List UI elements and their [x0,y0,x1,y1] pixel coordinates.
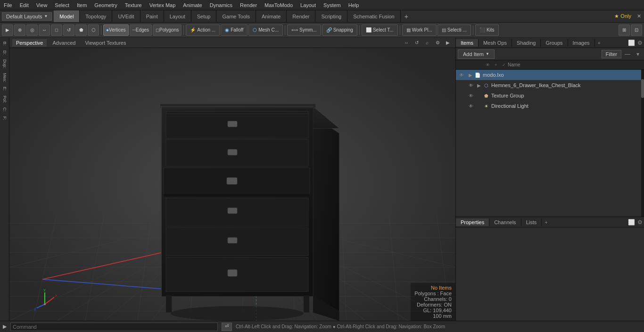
layout-tab-render[interactable]: Render [287,10,315,22]
sidebar-label-f[interactable]: F: [2,114,8,122]
viewport-tab-textures[interactable]: Viewport Textures [81,39,130,47]
menu-system[interactable]: System [320,1,345,9]
layout-add-tab[interactable]: + [401,11,412,22]
layout-tab-uvedit[interactable]: UVEdit [112,10,140,22]
tool-action[interactable]: ⚡ Action ... [186,24,220,36]
menu-geometry[interactable]: Geometry [91,1,121,9]
items-add-tab[interactable]: + [595,39,603,47]
props-add-tab[interactable]: + [542,219,550,226]
menu-edit[interactable]: Edit [16,1,33,9]
filter-button[interactable]: Filter [602,50,621,58]
sidebar-label-mes[interactable]: Mes: [2,71,8,84]
items-arrow-icon[interactable]: ▾ [634,50,642,58]
item-row-modo-lxo[interactable]: 👁 ▶ 📄 modo.lxo [456,70,644,80]
menu-file[interactable]: File [0,1,16,9]
command-input[interactable] [10,323,218,331]
props-settings-icon[interactable]: ⚙ [636,218,644,227]
tab-shading[interactable]: Shading [512,39,541,47]
tool-hex[interactable]: ⬡ [88,24,99,36]
viewport[interactable]: Perspective Advanced Viewport Textures ↔… [9,38,455,321]
layout-tab-animate[interactable]: Animate [256,10,287,22]
items-minus-icon[interactable]: — [623,50,632,58]
tool-select-mode[interactable]: ▶ [2,24,13,36]
tab-channels[interactable]: Channels [489,219,521,226]
bottom-arrow[interactable]: ▶ [3,324,7,330]
vp-play-icon[interactable]: ▶ [443,39,453,47]
viewport-content[interactable]: X Y Z No Items Polygons : Face Channels:… [9,48,455,321]
tool-mesh[interactable]: ⬡ Mesh C... [248,24,283,36]
layout-tab-layout[interactable]: Layout [164,10,191,22]
items-scrollbar-thumb[interactable] [641,79,644,98]
menu-animate[interactable]: Animate [179,1,206,9]
menu-dynamics[interactable]: Dynamics [206,1,236,9]
tool-work-plane[interactable]: ▦ Work Pl... [402,24,437,36]
sidebar-label-b[interactable]: B: [2,40,8,48]
tool-select-t[interactable]: ⬜ Select T... [362,24,398,36]
sidebar-label-dup[interactable]: Dup: [2,57,8,70]
menu-item[interactable]: Item [73,1,91,9]
menu-vertex-map[interactable]: Vertex Map [146,1,180,9]
tool-kits[interactable]: ⬛ Kits [475,24,499,36]
tool-rotate[interactable]: ↺ [63,24,74,36]
tab-items[interactable]: Items [456,39,479,47]
vp-nav-icon[interactable]: ↔ [402,39,411,47]
item-expand-modo[interactable]: ▶ [467,72,474,78]
tool-diamond[interactable]: ⬟ [75,24,87,36]
tool-vertices[interactable]: ● Vertices [103,24,129,36]
layout-close[interactable]: ✕ [634,12,644,20]
items-settings-icon[interactable]: ⚙ [636,39,644,47]
tool-edges[interactable]: ─ Edges [130,24,152,36]
tool-snapping[interactable]: 🔗 Snapping [322,24,357,36]
tool-view2[interactable]: ⊡ [631,24,642,36]
menu-layout[interactable]: Layout [297,1,320,9]
tool-view1[interactable]: ⊞ [619,24,630,36]
layout-tab-setup[interactable]: Setup [191,10,217,22]
command-run-button[interactable]: ⏎ [222,323,232,331]
tool-box[interactable]: □ [51,24,62,36]
menu-render[interactable]: Render [236,1,261,9]
menu-select[interactable]: Select [51,1,73,9]
tool-transform[interactable]: ↔ [39,24,50,36]
menu-maxtomodo[interactable]: MaxToModo [261,1,297,9]
layout-dropdown[interactable]: Default Layouts ▼ [2,12,52,21]
item-eye-texture[interactable]: 👁 [467,92,475,99]
tool-ring[interactable]: ◎ [26,24,38,36]
tab-mesh-ops[interactable]: Mesh Ops [479,39,512,47]
items-expand-icon[interactable]: ⬜ [627,39,636,47]
item-row-hemnes[interactable]: 👁 ▶ ⬡ Hemnes_6_Drawer_Ikea_Chest_Black [456,80,644,90]
props-expand-icon[interactable]: ⬜ [627,218,636,227]
items-scrollbar[interactable] [641,70,644,217]
viewport-tab-perspective[interactable]: Perspective [12,39,47,47]
sidebar-label-e[interactable]: E: [2,85,8,93]
tab-properties[interactable]: Properties [456,219,489,226]
layout-tab-topology[interactable]: Topology [80,10,112,22]
tab-lists[interactable]: Lists [521,219,542,226]
tab-images[interactable]: Images [568,39,595,47]
tool-select-i[interactable]: ▤ Selecti ... [438,24,471,36]
vp-zoom-icon[interactable]: ⌕ [422,39,432,47]
tool-circle[interactable]: ⊕ [14,24,25,36]
tool-symm[interactable]: ⟺ Symm... [287,24,321,36]
add-item-button[interactable]: Add Item ▼ [458,49,495,59]
item-eye-light[interactable]: 👁 [467,102,475,110]
layout-tab-schematic[interactable]: Schematic Fusion [347,10,400,22]
menu-view[interactable]: View [33,1,51,9]
sidebar-label-c[interactable]: C: [2,105,8,113]
item-row-directional-light[interactable]: 👁 ☀ Directional Light [456,101,644,111]
tool-falloff[interactable]: ◉ Falloff [221,24,248,36]
tool-polygons[interactable]: ◻ Polygons [153,24,182,36]
item-eye-modo[interactable]: 👁 [458,71,465,79]
layout-tab-gametools[interactable]: Game Tools [216,10,256,22]
sidebar-label-pol[interactable]: Pol: [2,94,8,105]
sidebar-label-d[interactable]: D: [2,49,8,57]
layout-tab-scripting[interactable]: Scripting [315,10,347,22]
vp-refresh-icon[interactable]: ↺ [412,39,421,47]
layout-tab-paint[interactable]: Paint [140,10,164,22]
item-row-texture-group[interactable]: 👁 ⬟ Texture Group [456,90,644,101]
item-expand-hemnes[interactable]: ▶ [476,82,482,89]
viewport-tab-advanced[interactable]: Advanced [49,39,79,47]
item-eye-hemnes[interactable]: 👁 [467,81,475,89]
menu-texture[interactable]: Texture [121,1,146,9]
vp-settings-icon[interactable]: ⚙ [433,39,442,47]
tab-groups[interactable]: Groups [541,39,568,47]
